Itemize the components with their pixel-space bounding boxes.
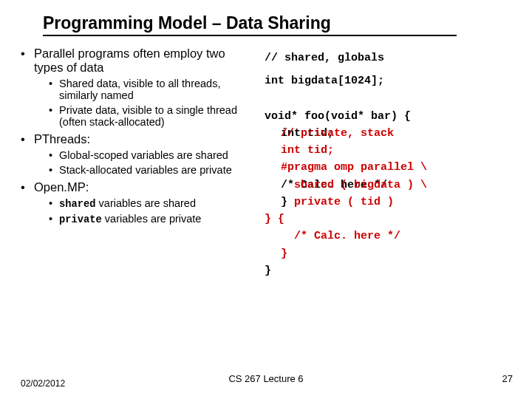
kw-shared: shared — [59, 199, 96, 210]
bullet-intro-sub1: Shared data, visible to all threads, sim… — [49, 78, 257, 101]
slide-title: Programming Model – Data Sharing — [43, 13, 457, 36]
code-l10: /* Calc. here */ — [265, 228, 501, 245]
txt-private: variables are private — [102, 213, 202, 225]
code-l6: #pragma omp parallel \ — [265, 159, 501, 176]
code-l2: int bigdata[1024]; — [265, 72, 501, 89]
bullet-intro-sub2: Private data, visible to a single thread… — [49, 104, 257, 128]
bullet-openmp-text: Open.MP: — [34, 180, 89, 194]
footer-date: 02/02/2012 — [21, 378, 65, 389]
code-l5: int tid; — [265, 142, 501, 159]
code-l1: // shared, globals — [265, 50, 501, 66]
left-column: Parallel programs often employ two types… — [21, 47, 257, 279]
code-l8-black: } — [281, 196, 287, 208]
code-block: // shared, globals int bigdata[1024]; vo… — [265, 47, 501, 279]
code-l9a: } — [265, 213, 278, 225]
code-l7-overlay: shared ( bigdata ) \ — [294, 177, 427, 194]
txt-shared: variables are shared — [96, 197, 196, 209]
bullet-pthreads-text: PThreads: — [34, 132, 90, 146]
code-l12: } — [265, 262, 501, 279]
code-l4-overlay: // private, stack — [281, 125, 394, 142]
bullet-pthreads-sub1: Global-scoped variables are shared — [49, 149, 257, 161]
bullet-intro: Parallel programs often employ two types… — [21, 47, 257, 128]
code-l11: } — [265, 245, 501, 262]
bullet-intro-text: Parallel programs often employ two types… — [34, 47, 225, 74]
code-l3: void* foo(void* bar) { — [265, 108, 501, 125]
footer-center: CS 267 Lecture 6 — [228, 373, 303, 384]
bullet-openmp: Open.MP: shared variables are shared pri… — [21, 180, 257, 225]
bullet-openmp-sub1: shared variables are shared — [49, 197, 257, 210]
code-l9b: { — [278, 213, 284, 225]
kw-private: private — [59, 214, 102, 225]
footer-page-number: 27 — [502, 373, 513, 384]
bullet-pthreads-sub2: Stack-allocated variables are private — [49, 164, 257, 176]
bullet-pthreads: PThreads: Global-scoped variables are sh… — [21, 132, 257, 176]
code-l8-overlay: private ( tid ) — [294, 194, 394, 211]
bullet-openmp-sub2: private variables are private — [49, 213, 257, 225]
